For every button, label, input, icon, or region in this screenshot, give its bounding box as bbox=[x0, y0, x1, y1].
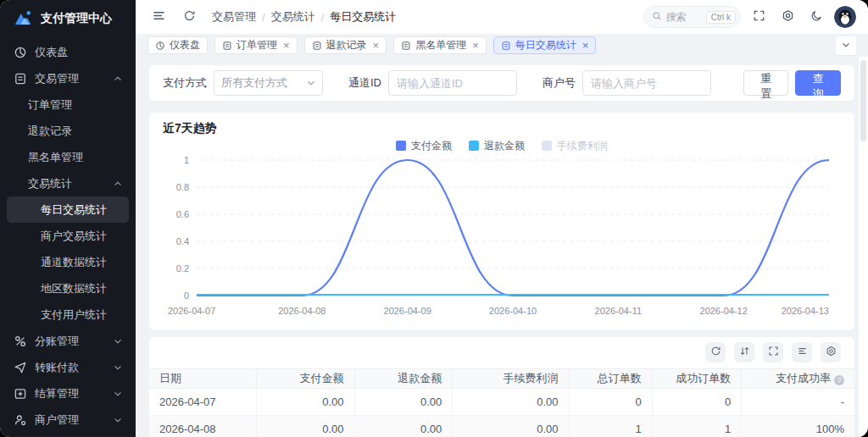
column-header-label: 手续费利润 bbox=[504, 372, 559, 384]
table-cell: 0.00 bbox=[256, 389, 354, 416]
tab[interactable]: 订单管理× bbox=[214, 36, 298, 54]
breadcrumb: 交易管理/交易统计/每日交易统计 bbox=[212, 9, 396, 25]
send-icon bbox=[14, 361, 27, 374]
tab[interactable]: 退款记录× bbox=[304, 36, 387, 54]
settings-button[interactable] bbox=[776, 6, 798, 28]
tab-close-icon[interactable]: × bbox=[283, 40, 290, 51]
sidebar-item[interactable]: 通道数据统计 bbox=[7, 249, 129, 275]
app-title: 支付管理中心 bbox=[41, 11, 112, 26]
column-header: 退款金额 bbox=[354, 369, 453, 389]
chart-panel: 近7天趋势 支付金额退款金额手续费利润 00.20.40.60.812026-0… bbox=[149, 113, 854, 330]
tab[interactable]: 仪表盘 bbox=[147, 36, 208, 54]
search-icon bbox=[652, 9, 662, 25]
fullscreen-icon bbox=[753, 9, 765, 25]
sidebar-item[interactable]: 支付接口 bbox=[7, 433, 129, 437]
sidebar-item[interactable]: 支付用户统计 bbox=[7, 301, 129, 328]
sidebar-item[interactable]: 黑名单管理 bbox=[7, 144, 129, 170]
chevron-down-icon bbox=[307, 79, 315, 87]
pay-method-select[interactable]: 所有支付方式 bbox=[214, 70, 323, 96]
user-avatar[interactable] bbox=[834, 6, 856, 28]
refresh-icon bbox=[710, 346, 721, 359]
legend-label: 退款金额 bbox=[484, 139, 525, 153]
table-cell: 0 bbox=[569, 389, 652, 416]
column-header-label: 退款金额 bbox=[398, 372, 442, 384]
app-logo[interactable]: 支付管理中心 bbox=[0, 0, 136, 37]
sidebar-item-label: 转账付款 bbox=[35, 360, 79, 375]
pay-method-value: 所有支付方式 bbox=[221, 75, 287, 91]
tab-label: 黑名单管理 bbox=[415, 38, 466, 53]
sidebar-item-label: 结算管理 bbox=[35, 386, 79, 401]
tab-close-icon[interactable]: × bbox=[582, 40, 589, 51]
pay-method-label: 支付方式 bbox=[163, 75, 207, 91]
scrollbar-track[interactable] bbox=[859, 57, 868, 437]
tab[interactable]: 黑名单管理× bbox=[393, 36, 487, 54]
sidebar-item[interactable]: 退款记录 bbox=[7, 118, 129, 144]
tab-close-icon[interactable]: × bbox=[472, 40, 479, 51]
reset-button[interactable]: 重置 bbox=[743, 70, 789, 96]
merchant-no-input[interactable] bbox=[582, 70, 711, 96]
sidebar-item[interactable]: 每日交易统计 bbox=[7, 196, 129, 223]
sidebar-item[interactable]: 商户交易统计 bbox=[7, 223, 129, 249]
chevron-up-icon bbox=[114, 75, 122, 83]
column-header: 总订单数 bbox=[569, 369, 652, 389]
search-shortcut-badge: Ctrl k bbox=[706, 11, 736, 24]
column-header-label: 支付成功率 bbox=[776, 372, 831, 384]
table-row: 2026-04-080.000.000.0011100% bbox=[149, 416, 854, 437]
breadcrumb-item[interactable]: 交易管理 bbox=[212, 9, 256, 25]
query-button[interactable]: 查询 bbox=[795, 70, 841, 96]
dashboard-icon bbox=[14, 46, 27, 59]
breadcrumb-item[interactable]: 每日交易统计 bbox=[330, 9, 396, 25]
column-header: 手续费利润 bbox=[453, 369, 569, 389]
series-line bbox=[197, 160, 829, 296]
table-settings-button[interactable] bbox=[821, 342, 841, 362]
legend-label: 手续费利润 bbox=[557, 139, 608, 153]
svg-text:0.4: 0.4 bbox=[176, 236, 189, 246]
tab-list-dropdown-button[interactable] bbox=[836, 36, 856, 55]
table-cell: 0.00 bbox=[354, 389, 453, 416]
help-icon[interactable]: ? bbox=[834, 375, 844, 385]
refresh-page-button[interactable] bbox=[178, 6, 200, 28]
column-header-label: 总订单数 bbox=[598, 372, 642, 384]
sidebar-item[interactable]: 转账付款 bbox=[7, 354, 129, 380]
tab-close-icon[interactable]: × bbox=[373, 40, 380, 51]
doc-icon bbox=[501, 41, 511, 51]
table-cell: 0.00 bbox=[453, 389, 569, 416]
sidebar-item[interactable]: 交易统计 bbox=[7, 170, 129, 196]
table-sort-button[interactable] bbox=[734, 342, 754, 362]
legend-item[interactable]: 退款金额 bbox=[469, 139, 525, 153]
tab-label: 每日交易统计 bbox=[515, 38, 576, 53]
sidebar-item[interactable]: 订单管理 bbox=[7, 91, 129, 118]
gear-icon bbox=[782, 9, 794, 25]
tab[interactable]: 每日交易统计× bbox=[493, 36, 597, 54]
sidebar-item[interactable]: 地区数据统计 bbox=[7, 275, 129, 301]
table-fullscreen-button[interactable] bbox=[763, 342, 783, 362]
table-cell: 100% bbox=[742, 416, 854, 437]
fullscreen-button[interactable] bbox=[748, 6, 770, 28]
sidebar-item[interactable]: 仪表盘 bbox=[7, 39, 129, 65]
breadcrumb-item[interactable]: 交易统计 bbox=[271, 9, 315, 25]
legend-item[interactable]: 支付金额 bbox=[396, 139, 452, 153]
legend-label: 支付金额 bbox=[411, 139, 452, 153]
search-field[interactable] bbox=[666, 11, 702, 23]
column-header-label: 成功订单数 bbox=[676, 372, 731, 384]
column-header-label: 日期 bbox=[159, 372, 181, 384]
collapse-sidebar-button[interactable] bbox=[147, 6, 170, 28]
table-panel: 日期支付金额退款金额手续费利润总订单数成功订单数支付成功率?2026-04-07… bbox=[149, 337, 854, 437]
doc-icon bbox=[312, 41, 322, 51]
table-density-button[interactable] bbox=[792, 342, 812, 362]
search-input[interactable]: Ctrl k bbox=[643, 6, 741, 28]
scrollbar-thumb[interactable] bbox=[860, 60, 866, 141]
gear-icon bbox=[826, 346, 837, 359]
sidebar-item[interactable]: 分账管理 bbox=[7, 328, 129, 354]
sidebar-item[interactable]: 商户管理 bbox=[7, 407, 129, 433]
legend-item[interactable]: 手续费利润 bbox=[542, 139, 608, 153]
theme-toggle-button[interactable] bbox=[805, 6, 827, 28]
channel-id-input[interactable] bbox=[388, 70, 517, 96]
table-cell: - bbox=[742, 389, 854, 416]
sidebar-item-label: 商户交易统计 bbox=[41, 229, 107, 244]
table-refresh-button[interactable] bbox=[705, 342, 726, 362]
sidebar-item[interactable]: 结算管理 bbox=[7, 380, 129, 407]
sidebar-item[interactable]: 交易管理 bbox=[7, 65, 129, 91]
sidebar-item-label: 交易管理 bbox=[35, 71, 79, 86]
column-header: 成功订单数 bbox=[652, 369, 742, 389]
